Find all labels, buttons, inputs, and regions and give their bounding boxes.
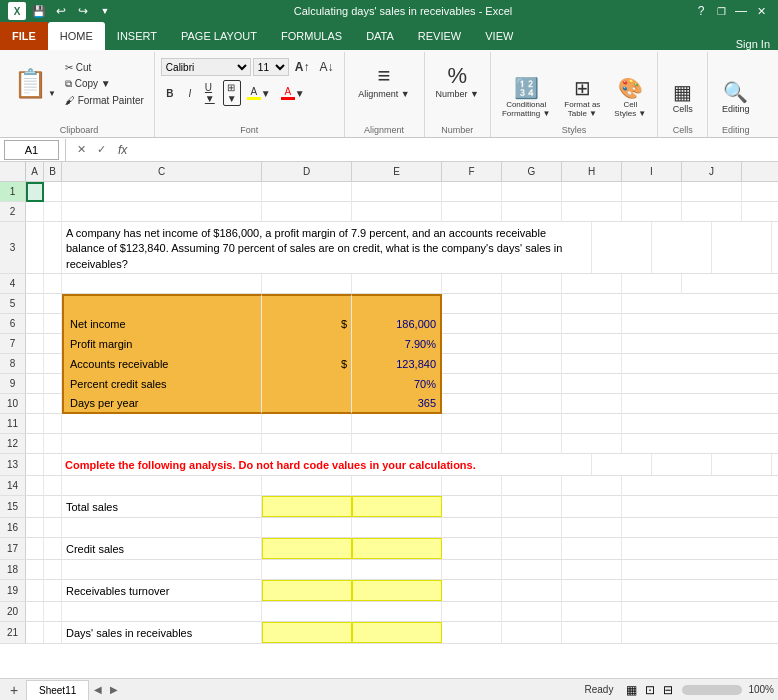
row-header-12[interactable]: 12 [0, 434, 26, 453]
cell-h5[interactable] [562, 294, 622, 314]
cell-a11[interactable] [26, 414, 44, 434]
cell-a6[interactable] [26, 314, 44, 334]
col-header-j[interactable]: J [682, 162, 742, 181]
cell-b15[interactable] [44, 496, 62, 517]
row-header-10[interactable]: 10 [0, 394, 26, 413]
cell-g10[interactable] [502, 394, 562, 414]
select-all-btn[interactable] [0, 162, 26, 181]
cell-d19[interactable] [262, 580, 352, 601]
cell-g19[interactable] [502, 580, 562, 601]
cell-g4[interactable] [502, 274, 562, 294]
cell-h21[interactable] [562, 622, 622, 643]
cell-styles-btn[interactable]: 🎨 CellStyles ▼ [609, 73, 651, 121]
cell-b9[interactable] [44, 374, 62, 394]
cell-a14[interactable] [26, 476, 44, 496]
cell-a21[interactable] [26, 622, 44, 643]
row-header-6[interactable]: 6 [0, 314, 26, 333]
minimize-btn[interactable]: — [732, 2, 750, 20]
cell-d1[interactable] [262, 182, 352, 202]
cell-c17[interactable]: Credit sales [62, 538, 262, 559]
cell-i2[interactable] [622, 202, 682, 222]
cell-b21[interactable] [44, 622, 62, 643]
editing-btn[interactable]: 🔍 Editing [717, 77, 755, 117]
col-header-e[interactable]: E [352, 162, 442, 181]
cell-e7[interactable]: 7.90% [352, 334, 442, 354]
cell-f8[interactable] [442, 354, 502, 374]
cell-a7[interactable] [26, 334, 44, 354]
restore-btn[interactable]: ❐ [712, 2, 730, 20]
cell-b10[interactable] [44, 394, 62, 414]
cell-d14[interactable] [262, 476, 352, 496]
row-header-5[interactable]: 5 [0, 294, 26, 313]
cell-e9[interactable]: 70% [352, 374, 442, 394]
tab-file[interactable]: FILE [0, 22, 48, 50]
cell-a15[interactable] [26, 496, 44, 517]
cell-d17[interactable] [262, 538, 352, 559]
cancel-formula-btn[interactable]: ✕ [72, 141, 90, 159]
row-header-13[interactable]: 13 [0, 454, 26, 475]
number-btn[interactable]: % Number ▼ [431, 60, 484, 102]
cell-e16[interactable] [352, 518, 442, 538]
italic-btn[interactable]: I [181, 86, 199, 101]
cell-f15[interactable] [442, 496, 502, 517]
cell-g18[interactable] [502, 560, 562, 580]
cell-d2[interactable] [262, 202, 352, 222]
copy-btn[interactable]: ⧉ Copy ▼ [61, 76, 148, 92]
tab-page-layout[interactable]: PAGE LAYOUT [169, 22, 269, 50]
cells-btn[interactable]: ▦ Cells [668, 77, 698, 117]
cell-j1[interactable] [682, 182, 742, 202]
cell-a9[interactable] [26, 374, 44, 394]
row-header-9[interactable]: 9 [0, 374, 26, 393]
cell-a16[interactable] [26, 518, 44, 538]
cell-f4[interactable] [442, 274, 502, 294]
cell-b1[interactable] [44, 182, 62, 202]
col-header-h[interactable]: H [562, 162, 622, 181]
row-header-7[interactable]: 7 [0, 334, 26, 353]
cell-c16[interactable] [62, 518, 262, 538]
cell-h16[interactable] [562, 518, 622, 538]
cell-c21[interactable]: Days' sales in receivables [62, 622, 262, 643]
cell-d9[interactable] [262, 374, 352, 394]
cell-reference-box[interactable] [4, 140, 59, 160]
cell-f7[interactable] [442, 334, 502, 354]
font-name-select[interactable]: Calibri [161, 58, 251, 76]
cell-d18[interactable] [262, 560, 352, 580]
cell-e18[interactable] [352, 560, 442, 580]
cell-g6[interactable] [502, 314, 562, 334]
cell-f9[interactable] [442, 374, 502, 394]
cell-b6[interactable] [44, 314, 62, 334]
cell-f1[interactable] [442, 182, 502, 202]
cell-b3[interactable] [44, 222, 62, 273]
cell-a12[interactable] [26, 434, 44, 454]
cell-e10[interactable]: 365 [352, 394, 442, 414]
cell-d15[interactable] [262, 496, 352, 517]
cell-c14[interactable] [62, 476, 262, 496]
cell-g12[interactable] [502, 434, 562, 454]
cell-g17[interactable] [502, 538, 562, 559]
cell-c11[interactable] [62, 414, 262, 434]
confirm-formula-btn[interactable]: ✓ [92, 141, 110, 159]
col-header-f[interactable]: F [442, 162, 502, 181]
border-btn[interactable]: ⊞ ▼ [223, 80, 241, 106]
tab-insert[interactable]: INSERT [105, 22, 169, 50]
cell-h13[interactable] [712, 454, 772, 475]
cell-c1[interactable] [62, 182, 262, 202]
paste-btn[interactable]: 📋 ▼ [10, 67, 59, 101]
cell-c20[interactable] [62, 602, 262, 622]
cell-c13-instruction[interactable]: Complete the following analysis. Do not … [62, 454, 592, 475]
row-header-21[interactable]: 21 [0, 622, 26, 643]
cell-g21[interactable] [502, 622, 562, 643]
cell-g2[interactable] [502, 202, 562, 222]
cell-h4[interactable] [562, 274, 622, 294]
row-header-15[interactable]: 15 [0, 496, 26, 517]
cell-e21[interactable] [352, 622, 442, 643]
view-page-break-btn[interactable]: ⊟ [660, 683, 676, 697]
cell-h11[interactable] [562, 414, 622, 434]
cut-btn[interactable]: ✂ Cut [61, 60, 148, 75]
cell-f11[interactable] [442, 414, 502, 434]
cell-j2[interactable] [682, 202, 742, 222]
sheet-nav-left[interactable]: ◀ [91, 684, 105, 695]
cell-f20[interactable] [442, 602, 502, 622]
row-header-4[interactable]: 4 [0, 274, 26, 293]
tab-formulas[interactable]: FORMULAS [269, 22, 354, 50]
